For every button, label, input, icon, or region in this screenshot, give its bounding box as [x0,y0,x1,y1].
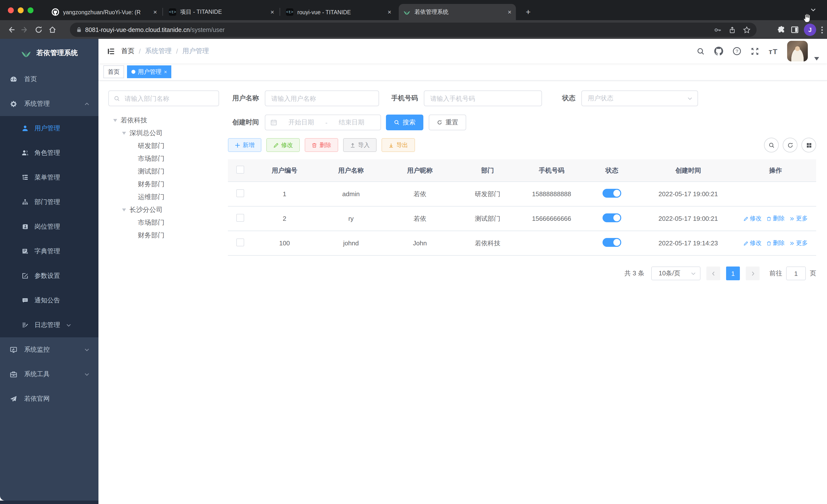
extensions-puzzle-icon[interactable] [777,25,786,34]
export-button[interactable]: 导出 [382,138,415,152]
sidebar-item-system-monitor[interactable]: 系统监控 [0,337,98,362]
tab-close-icon[interactable]: × [388,8,391,16]
minimize-window-button[interactable] [18,7,23,13]
sidebar-item-log-management[interactable]: 日志管理 [0,313,98,337]
goto-page-input[interactable] [786,267,806,280]
sidebar-item-parameter-settings[interactable]: 参数设置 [0,264,98,288]
sidebar-item-menu-management[interactable]: 菜单管理 [0,165,98,190]
tag-user-management[interactable]: 用户管理 × [127,65,172,78]
date-start-placeholder[interactable]: 开始日期 [277,118,325,127]
tab-close-icon[interactable]: × [271,8,274,16]
column-header[interactable]: 部门 [454,159,521,182]
tab-close-icon[interactable]: × [153,8,157,16]
address-bar[interactable]: 8081-rouyi-vue-demo.cloud.titanide.cn/sy… [70,22,757,37]
row-delete-link[interactable]: 删除 [767,239,785,247]
reload-icon[interactable] [32,22,45,37]
status-select[interactable]: 用户状态 [581,91,698,106]
row-checkbox[interactable] [236,238,244,246]
column-header[interactable]: 操作 [735,159,816,182]
page-size-select[interactable]: 10条/页 [651,267,700,280]
phone-input[interactable] [424,91,542,106]
row-edit-link[interactable]: 修改 [743,214,762,223]
edit-button[interactable]: 修改 [266,138,300,152]
tree-caret-icon[interactable] [122,209,126,212]
browser-tab-active-ruoyi[interactable]: 若依管理系统 × [399,4,516,20]
tag-home[interactable]: 首页 [103,65,124,78]
column-header[interactable]: 创建时间 [641,159,735,182]
status-toggle[interactable] [602,213,621,222]
table-row[interactable]: 100 johnd John 若依科技 2022-05-17 19:14:23 … [228,231,816,256]
sidebar-item-system-tools[interactable]: 系统工具 [0,362,98,387]
breadcrumb-home[interactable]: 首页 [121,47,134,56]
tree-node[interactable]: 财务部门 [108,229,219,242]
column-settings-circle-button[interactable] [801,138,816,153]
row-more-link[interactable]: 更多 [790,214,808,223]
maximize-window-button[interactable] [28,7,34,13]
date-end-placeholder[interactable]: 结束日期 [327,118,376,127]
select-all-checkbox[interactable] [236,166,244,174]
sidebar-item-post-management[interactable]: 岗位管理 [0,214,98,239]
tree-node[interactable]: 财务部门 [108,178,219,191]
sidebar-item-ruoyi-website[interactable]: 若依官网 [0,387,98,411]
new-tab-button[interactable]: + [522,6,535,19]
app-logo[interactable]: 若依管理系统 [0,39,98,67]
status-toggle[interactable] [602,189,621,198]
browser-tab-rouyi-vue[interactable]: <t> rouyi-vue - TITANIDE × [282,4,396,20]
sidebar-toggle-icon[interactable] [104,45,117,58]
toggle-search-circle-button[interactable] [764,138,779,153]
back-icon[interactable] [4,22,18,37]
column-header[interactable]: 用户编号 [252,159,317,182]
status-toggle[interactable] [602,238,621,247]
dept-search-input[interactable] [124,94,214,103]
sidebar-item-dept-management[interactable]: 部门管理 [0,190,98,214]
prev-page-button[interactable] [707,267,720,280]
table-row[interactable]: 1 admin 若依 研发部门 15888888888 2022-05-17 1… [228,182,816,206]
column-header[interactable]: 手机号码 [521,159,582,182]
tree-node[interactable]: 运维部门 [108,191,219,204]
browser-tab-github[interactable]: yangzongzhuan/RuoYi-Vue: (R × [47,4,161,20]
search-button[interactable]: 搜索 [386,115,423,130]
sidebar-item-user-management[interactable]: 用户管理 [0,116,98,141]
tree-node[interactable]: 长沙分公司 [108,204,219,216]
tree-caret-icon[interactable] [113,119,117,122]
fullscreen-icon[interactable] [751,47,759,55]
sidebar-item-system-management[interactable]: 系统管理 [0,92,98,116]
avatar-caret-down-icon[interactable] [814,57,819,60]
tag-close-icon[interactable]: × [164,69,167,75]
tree-node[interactable]: 深圳总公司 [108,127,219,139]
share-icon[interactable] [729,26,736,34]
sidebar-item-home[interactable]: 首页 [0,67,98,92]
browser-profile-avatar[interactable]: J [804,23,816,36]
next-page-button[interactable] [746,267,760,280]
close-window-button[interactable] [8,7,14,13]
bookmark-star-icon[interactable] [743,26,751,34]
user-avatar[interactable] [787,41,808,61]
row-edit-link[interactable]: 修改 [743,239,762,247]
username-input[interactable] [265,91,379,106]
header-search-icon[interactable] [697,47,705,55]
help-question-icon[interactable]: ? [733,47,742,56]
sidebar-item-dict-management[interactable]: 字典管理 [0,239,98,264]
column-header[interactable]: 用户昵称 [385,159,454,182]
tree-node[interactable]: 市场部门 [108,216,219,229]
tree-node[interactable]: 研发部门 [108,139,219,153]
row-checkbox[interactable] [236,214,244,222]
tree-caret-icon[interactable] [122,132,126,135]
home-icon[interactable] [45,22,59,37]
browser-menu-dots-icon[interactable] [821,26,823,34]
sidebar-item-role-management[interactable]: 角色管理 [0,141,98,165]
github-source-icon[interactable] [715,47,723,56]
dept-search-box[interactable] [108,91,219,106]
font-size-icon[interactable]: тT [769,47,778,55]
column-header[interactable]: 用户名称 [317,159,385,182]
side-panel-icon[interactable] [790,25,799,34]
delete-button[interactable]: 删除 [305,138,338,152]
row-checkbox[interactable] [236,189,244,197]
tree-node[interactable]: 测试部门 [108,165,219,178]
add-button[interactable]: 新增 [228,138,261,152]
table-row[interactable]: 2 ry 若依 测试部门 15666666666 2022-05-17 19:0… [228,206,816,231]
import-button[interactable]: 导入 [343,138,377,152]
forward-icon[interactable] [18,22,32,37]
tree-node[interactable]: 市场部门 [108,153,219,165]
refresh-circle-button[interactable] [783,138,797,153]
